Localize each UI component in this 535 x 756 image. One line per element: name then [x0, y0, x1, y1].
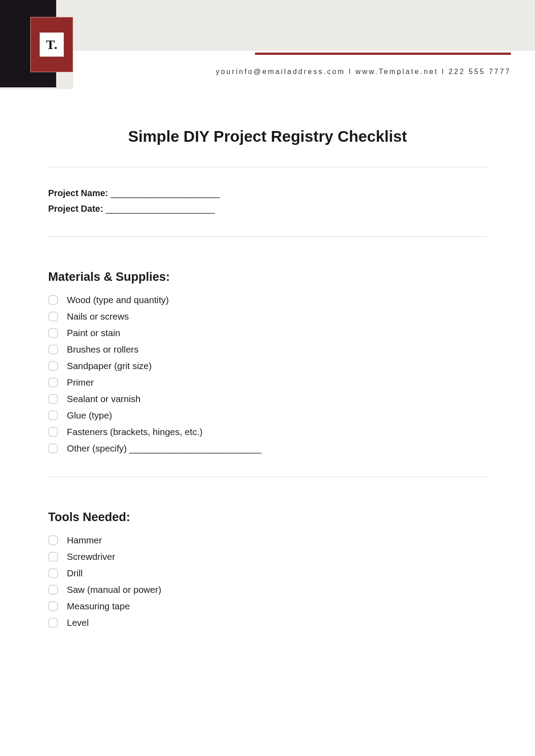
checklist-item: Nails or screws: [48, 311, 487, 322]
tools-list: HammerScrewdriverDrillSaw (manual or pow…: [48, 535, 487, 628]
checklist-item: Paint or stain: [48, 328, 487, 338]
checklist-item: Saw (manual or power): [48, 584, 487, 595]
checkbox[interactable]: [48, 361, 58, 371]
checklist-item: Sandpaper (grit size): [48, 361, 487, 371]
divider: [48, 167, 487, 168]
project-name-label: Project Name:: [48, 188, 108, 198]
project-name-line: Project Name: ______________________: [48, 188, 487, 198]
checklist-label: Hammer: [67, 535, 102, 546]
checkbox[interactable]: [48, 568, 58, 578]
checklist-label: Measuring tape: [67, 601, 130, 612]
checkbox[interactable]: [48, 535, 58, 545]
contact-phone: 222 555 7777: [449, 68, 511, 75]
checkbox[interactable]: [48, 444, 58, 453]
checklist-item: Other (specify) ________________________…: [48, 443, 487, 454]
checklist-item: Screwdriver: [48, 551, 487, 562]
section-heading-tools: Tools Needed:: [48, 510, 487, 524]
contact-separator-2: l: [438, 68, 449, 75]
checkbox[interactable]: [48, 427, 58, 437]
checkbox[interactable]: [48, 601, 58, 611]
logo-text: T.: [39, 32, 64, 57]
contact-separator-1: l: [345, 68, 355, 75]
header-accent-line: [255, 53, 511, 55]
checkbox[interactable]: [48, 295, 58, 305]
checkbox[interactable]: [48, 328, 58, 338]
checklist-label: Wood (type and quantity): [67, 295, 169, 305]
checklist-label: Screwdriver: [67, 551, 115, 562]
checklist-item: Drill: [48, 568, 487, 579]
document-title: Simple DIY Project Registry Checklist: [48, 127, 487, 145]
contact-line: yourinfo@emailaddress.com l www.Template…: [138, 68, 511, 76]
checklist-label: Other (specify) ________________________…: [67, 443, 262, 454]
checkbox[interactable]: [48, 411, 58, 420]
section-heading-materials: Materials & Supplies:: [48, 270, 487, 284]
divider: [48, 477, 487, 477]
divider: [48, 236, 487, 237]
checkbox[interactable]: [48, 585, 58, 595]
checklist-item: Fasteners (brackets, hinges, etc.): [48, 427, 487, 437]
checkbox[interactable]: [48, 552, 58, 562]
project-date-line: Project Date: ______________________: [48, 204, 487, 214]
checklist-item: Wood (type and quantity): [48, 295, 487, 305]
checklist-label: Saw (manual or power): [67, 584, 161, 595]
project-date-fill[interactable]: ______________________: [103, 204, 214, 214]
checklist-label: Paint or stain: [67, 328, 120, 338]
checklist-label: Glue (type): [67, 410, 112, 421]
document-content: Simple DIY Project Registry Checklist Pr…: [48, 127, 487, 634]
checklist-item: Hammer: [48, 535, 487, 546]
project-name-fill[interactable]: ______________________: [108, 188, 220, 198]
checklist-item: Glue (type): [48, 410, 487, 421]
checklist-item: Sealant or varnish: [48, 394, 487, 404]
checklist-item: Brushes or rollers: [48, 344, 487, 355]
checklist-item: Level: [48, 617, 487, 628]
checkbox[interactable]: [48, 378, 58, 387]
contact-website: www.Template.net: [355, 68, 438, 75]
checklist-item: Primer: [48, 377, 487, 388]
checklist-item: Measuring tape: [48, 601, 487, 612]
checkbox[interactable]: [48, 394, 58, 404]
project-date-label: Project Date:: [48, 204, 103, 214]
materials-list: Wood (type and quantity)Nails or screwsP…: [48, 295, 487, 454]
checkbox[interactable]: [48, 618, 58, 628]
checklist-label: Nails or screws: [67, 311, 129, 322]
checkbox[interactable]: [48, 345, 58, 354]
logo-box: T.: [30, 17, 73, 72]
checkbox[interactable]: [48, 312, 58, 321]
checklist-label: Fasteners (brackets, hinges, etc.): [67, 427, 202, 437]
checklist-label: Brushes or rollers: [67, 344, 139, 355]
checklist-label: Drill: [67, 568, 82, 579]
contact-email: yourinfo@emailaddress.com: [216, 68, 346, 75]
checklist-label: Sandpaper (grit size): [67, 361, 152, 371]
checklist-label: Primer: [67, 377, 94, 388]
checklist-label: Level: [67, 617, 89, 628]
checklist-label: Sealant or varnish: [67, 394, 140, 404]
